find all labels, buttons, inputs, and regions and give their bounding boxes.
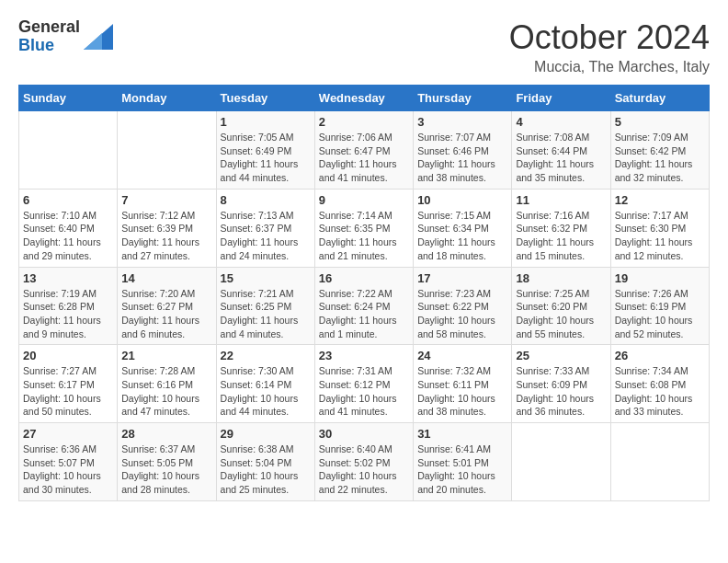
day-detail: Sunrise: 7:12 AMSunset: 6:39 PMDaylight:… xyxy=(121,209,211,263)
day-number: 13 xyxy=(23,271,113,285)
day-cell: 17Sunrise: 7:23 AMSunset: 6:22 PMDayligh… xyxy=(414,267,512,345)
day-detail: Sunrise: 7:14 AMSunset: 6:35 PMDaylight:… xyxy=(319,209,409,263)
day-number: 24 xyxy=(417,349,507,362)
day-number: 21 xyxy=(121,349,211,362)
day-cell: 28Sunrise: 6:37 AMSunset: 5:05 PMDayligh… xyxy=(118,423,216,501)
logo-blue: Blue xyxy=(18,37,80,55)
day-number: 28 xyxy=(121,427,211,441)
day-number: 31 xyxy=(417,427,507,441)
logo: General Blue xyxy=(18,18,113,55)
day-cell: 2Sunrise: 7:06 AMSunset: 6:47 PMDaylight… xyxy=(314,111,413,190)
day-cell: 14Sunrise: 7:20 AMSunset: 6:27 PMDayligh… xyxy=(118,267,216,345)
day-detail: Sunrise: 6:37 AMSunset: 5:05 PMDaylight:… xyxy=(121,442,211,497)
header-row: SundayMondayTuesdayWednesdayThursdayFrid… xyxy=(19,86,710,111)
day-cell: 25Sunrise: 7:33 AMSunset: 6:09 PMDayligh… xyxy=(512,345,610,423)
logo-general: General xyxy=(18,18,80,37)
day-detail: Sunrise: 7:32 AMSunset: 6:11 PMDaylight:… xyxy=(417,364,507,419)
day-detail: Sunrise: 7:30 AMSunset: 6:14 PMDaylight:… xyxy=(221,364,311,419)
header-cell-sunday: Sunday xyxy=(19,86,118,111)
day-number: 27 xyxy=(23,427,113,441)
day-cell: 19Sunrise: 7:26 AMSunset: 6:19 PMDayligh… xyxy=(610,267,709,345)
calendar-body: 1Sunrise: 7:05 AMSunset: 6:49 PMDaylight… xyxy=(19,111,710,501)
day-detail: Sunrise: 6:41 AMSunset: 5:01 PMDaylight:… xyxy=(417,442,507,497)
header-cell-monday: Monday xyxy=(118,86,216,111)
title-block: October 2024 Muccia, The Marches, Italy xyxy=(509,18,710,75)
day-cell: 15Sunrise: 7:21 AMSunset: 6:25 PMDayligh… xyxy=(216,267,314,345)
day-number: 9 xyxy=(319,193,409,207)
day-number: 3 xyxy=(417,115,507,129)
day-number: 26 xyxy=(615,349,705,362)
day-detail: Sunrise: 7:28 AMSunset: 6:16 PMDaylight:… xyxy=(121,364,211,419)
day-detail: Sunrise: 7:19 AMSunset: 6:28 PMDaylight:… xyxy=(23,287,113,341)
day-number: 16 xyxy=(319,271,409,285)
month-title: October 2024 xyxy=(509,18,710,57)
day-cell: 5Sunrise: 7:09 AMSunset: 6:42 PMDaylight… xyxy=(610,111,709,190)
day-detail: Sunrise: 7:34 AMSunset: 6:08 PMDaylight:… xyxy=(615,364,705,419)
day-number: 23 xyxy=(319,349,409,362)
header-cell-saturday: Saturday xyxy=(610,86,709,111)
day-cell: 9Sunrise: 7:14 AMSunset: 6:35 PMDaylight… xyxy=(314,189,413,267)
day-number: 1 xyxy=(221,115,311,129)
day-cell: 20Sunrise: 7:27 AMSunset: 6:17 PMDayligh… xyxy=(19,345,118,423)
header-cell-friday: Friday xyxy=(512,86,610,111)
day-cell: 6Sunrise: 7:10 AMSunset: 6:40 PMDaylight… xyxy=(19,189,118,267)
day-cell xyxy=(19,111,118,190)
week-row-2: 6Sunrise: 7:10 AMSunset: 6:40 PMDaylight… xyxy=(19,189,710,267)
day-cell: 16Sunrise: 7:22 AMSunset: 6:24 PMDayligh… xyxy=(314,267,413,345)
day-detail: Sunrise: 7:09 AMSunset: 6:42 PMDaylight:… xyxy=(615,131,705,185)
day-number: 4 xyxy=(516,115,606,129)
day-number: 5 xyxy=(615,115,705,129)
day-cell: 24Sunrise: 7:32 AMSunset: 6:11 PMDayligh… xyxy=(414,345,512,423)
day-detail: Sunrise: 7:10 AMSunset: 6:40 PMDaylight:… xyxy=(23,209,113,263)
day-number: 15 xyxy=(221,271,311,285)
day-cell xyxy=(610,423,709,501)
day-number: 18 xyxy=(516,271,606,285)
day-cell: 3Sunrise: 7:07 AMSunset: 6:46 PMDaylight… xyxy=(414,111,512,190)
day-cell: 4Sunrise: 7:08 AMSunset: 6:44 PMDaylight… xyxy=(512,111,610,190)
day-detail: Sunrise: 7:26 AMSunset: 6:19 PMDaylight:… xyxy=(615,287,705,341)
day-detail: Sunrise: 7:15 AMSunset: 6:34 PMDaylight:… xyxy=(417,209,507,263)
day-detail: Sunrise: 6:40 AMSunset: 5:02 PMDaylight:… xyxy=(319,442,409,497)
day-number: 20 xyxy=(23,349,113,362)
day-detail: Sunrise: 7:23 AMSunset: 6:22 PMDaylight:… xyxy=(417,287,507,341)
day-cell: 13Sunrise: 7:19 AMSunset: 6:28 PMDayligh… xyxy=(19,267,118,345)
day-detail: Sunrise: 7:21 AMSunset: 6:25 PMDaylight:… xyxy=(221,287,311,341)
day-number: 17 xyxy=(417,271,507,285)
day-number: 25 xyxy=(516,349,606,362)
day-detail: Sunrise: 7:25 AMSunset: 6:20 PMDaylight:… xyxy=(516,287,606,341)
day-detail: Sunrise: 7:06 AMSunset: 6:47 PMDaylight:… xyxy=(319,131,409,185)
day-cell: 10Sunrise: 7:15 AMSunset: 6:34 PMDayligh… xyxy=(414,189,512,267)
day-detail: Sunrise: 7:33 AMSunset: 6:09 PMDaylight:… xyxy=(516,364,606,419)
day-detail: Sunrise: 7:20 AMSunset: 6:27 PMDaylight:… xyxy=(121,287,211,341)
header-cell-thursday: Thursday xyxy=(414,86,512,111)
location: Muccia, The Marches, Italy xyxy=(509,59,710,75)
day-number: 29 xyxy=(221,427,311,441)
day-detail: Sunrise: 7:13 AMSunset: 6:37 PMDaylight:… xyxy=(221,209,311,263)
day-number: 19 xyxy=(615,271,705,285)
week-row-1: 1Sunrise: 7:05 AMSunset: 6:49 PMDaylight… xyxy=(19,111,710,190)
day-number: 8 xyxy=(221,193,311,207)
day-detail: Sunrise: 7:27 AMSunset: 6:17 PMDaylight:… xyxy=(23,364,113,419)
day-cell: 31Sunrise: 6:41 AMSunset: 5:01 PMDayligh… xyxy=(414,423,512,501)
day-detail: Sunrise: 6:36 AMSunset: 5:07 PMDaylight:… xyxy=(23,442,113,497)
svg-marker-1 xyxy=(84,33,102,50)
day-cell: 11Sunrise: 7:16 AMSunset: 6:32 PMDayligh… xyxy=(512,189,610,267)
day-number: 10 xyxy=(417,193,507,207)
week-row-4: 20Sunrise: 7:27 AMSunset: 6:17 PMDayligh… xyxy=(19,345,710,423)
day-cell: 26Sunrise: 7:34 AMSunset: 6:08 PMDayligh… xyxy=(610,345,709,423)
day-number: 22 xyxy=(221,349,311,362)
day-cell: 29Sunrise: 6:38 AMSunset: 5:04 PMDayligh… xyxy=(216,423,314,501)
logo-icon xyxy=(84,24,113,50)
day-cell: 23Sunrise: 7:31 AMSunset: 6:12 PMDayligh… xyxy=(314,345,413,423)
header-cell-wednesday: Wednesday xyxy=(314,86,413,111)
day-detail: Sunrise: 7:22 AMSunset: 6:24 PMDaylight:… xyxy=(319,287,409,341)
day-detail: Sunrise: 7:07 AMSunset: 6:46 PMDaylight:… xyxy=(417,131,507,185)
day-cell: 8Sunrise: 7:13 AMSunset: 6:37 PMDaylight… xyxy=(216,189,314,267)
page-header: General Blue October 2024 Muccia, The Ma… xyxy=(18,18,710,75)
calendar-header: SundayMondayTuesdayWednesdayThursdayFrid… xyxy=(19,86,710,111)
day-number: 11 xyxy=(516,193,606,207)
day-cell: 1Sunrise: 7:05 AMSunset: 6:49 PMDaylight… xyxy=(216,111,314,190)
day-number: 12 xyxy=(615,193,705,207)
week-row-5: 27Sunrise: 6:36 AMSunset: 5:07 PMDayligh… xyxy=(19,423,710,501)
day-detail: Sunrise: 7:16 AMSunset: 6:32 PMDaylight:… xyxy=(516,209,606,263)
